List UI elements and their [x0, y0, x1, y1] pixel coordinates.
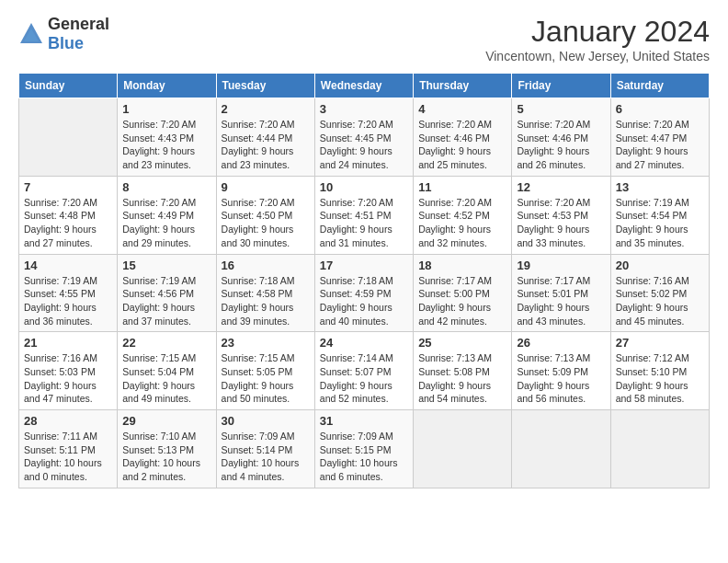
day-sunrise: Sunrise: 7:15 AM [122, 352, 196, 363]
day-sunrise: Sunrise: 7:12 AM [616, 352, 689, 363]
day-sunrise: Sunrise: 7:17 AM [418, 275, 492, 286]
day-sunrise: Sunrise: 7:18 AM [320, 275, 393, 286]
location-title: Vincentown, New Jersey, United States [485, 49, 710, 63]
day-daylight: Daylight: 9 hours and 47 minutes. [24, 380, 97, 405]
logo: General Blue [18, 15, 109, 53]
day-sunset: Sunset: 5:09 PM [517, 366, 588, 377]
calendar-cell: 17 Sunrise: 7:18 AM Sunset: 4:59 PM Dayl… [314, 254, 413, 332]
day-sunrise: Sunrise: 7:20 AM [222, 197, 295, 208]
day-sunset: Sunset: 5:01 PM [517, 288, 588, 299]
calendar-week-row: 14 Sunrise: 7:19 AM Sunset: 4:55 PM Dayl… [19, 254, 710, 332]
day-daylight: Daylight: 9 hours and 39 minutes. [222, 302, 294, 327]
day-number: 22 [122, 336, 210, 350]
day-sunset: Sunset: 5:15 PM [320, 444, 392, 455]
weekday-header: Friday [512, 74, 610, 98]
day-sunset: Sunset: 4:50 PM [222, 210, 293, 221]
day-number: 15 [122, 259, 210, 272]
calendar-cell: 16 Sunrise: 7:18 AM Sunset: 4:58 PM Dayl… [216, 254, 314, 332]
day-sunset: Sunset: 4:58 PM [222, 288, 293, 299]
calendar-cell: 24 Sunrise: 7:14 AM Sunset: 5:07 PM Dayl… [314, 332, 413, 410]
day-daylight: Daylight: 9 hours and 29 minutes. [122, 224, 195, 248]
day-number: 4 [418, 102, 506, 116]
weekday-header-row: SundayMondayTuesdayWednesdayThursdayFrid… [19, 74, 710, 98]
day-sunset: Sunset: 4:54 PM [616, 210, 688, 221]
day-sunset: Sunset: 4:44 PM [222, 132, 293, 144]
day-sunset: Sunset: 5:11 PM [24, 444, 96, 455]
day-number: 26 [517, 336, 605, 350]
day-number: 27 [616, 336, 704, 350]
day-sunset: Sunset: 4:56 PM [122, 288, 194, 299]
day-sunset: Sunset: 4:51 PM [320, 210, 392, 221]
day-daylight: Daylight: 9 hours and 27 minutes. [24, 224, 97, 248]
day-daylight: Daylight: 10 hours and 4 minutes. [222, 457, 300, 482]
day-number: 6 [616, 102, 704, 116]
calendar-cell: 6 Sunrise: 7:20 AM Sunset: 4:47 PM Dayli… [610, 98, 709, 177]
weekday-header: Thursday [414, 74, 512, 98]
day-daylight: Daylight: 9 hours and 37 minutes. [122, 302, 195, 327]
calendar-cell: 8 Sunrise: 7:20 AM Sunset: 4:49 PM Dayli… [118, 176, 216, 254]
calendar-week-row: 21 Sunrise: 7:16 AM Sunset: 5:03 PM Dayl… [19, 332, 710, 410]
day-daylight: Daylight: 9 hours and 52 minutes. [320, 380, 392, 405]
day-number: 23 [222, 336, 310, 350]
day-sunset: Sunset: 5:05 PM [222, 366, 293, 377]
day-number: 12 [517, 180, 605, 194]
day-number: 1 [122, 102, 210, 116]
day-sunset: Sunset: 5:04 PM [122, 366, 194, 377]
calendar-cell: 30 Sunrise: 7:09 AM Sunset: 5:14 PM Dayl… [216, 410, 314, 488]
page-header: General Blue January 2024 Vincentown, Ne… [18, 15, 710, 63]
day-number: 8 [122, 180, 210, 194]
day-sunrise: Sunrise: 7:16 AM [24, 352, 97, 363]
day-sunrise: Sunrise: 7:19 AM [616, 197, 689, 208]
day-sunrise: Sunrise: 7:09 AM [222, 431, 295, 442]
day-daylight: Daylight: 9 hours and 36 minutes. [24, 302, 97, 327]
day-sunset: Sunset: 5:08 PM [418, 366, 490, 377]
day-number: 17 [320, 259, 408, 272]
day-daylight: Daylight: 9 hours and 31 minutes. [320, 224, 392, 248]
day-daylight: Daylight: 9 hours and 45 minutes. [616, 302, 688, 327]
calendar-cell: 22 Sunrise: 7:15 AM Sunset: 5:04 PM Dayl… [118, 332, 216, 410]
day-number: 5 [517, 102, 605, 116]
day-sunrise: Sunrise: 7:20 AM [616, 119, 689, 130]
day-sunrise: Sunrise: 7:20 AM [418, 119, 492, 130]
calendar-cell: 26 Sunrise: 7:13 AM Sunset: 5:09 PM Dayl… [512, 332, 610, 410]
weekday-header: Wednesday [314, 74, 413, 98]
day-sunset: Sunset: 5:14 PM [222, 444, 293, 455]
day-number: 21 [24, 336, 112, 350]
day-sunrise: Sunrise: 7:13 AM [517, 352, 590, 363]
day-daylight: Daylight: 9 hours and 30 minutes. [222, 224, 294, 248]
weekday-header: Tuesday [216, 74, 314, 98]
day-daylight: Daylight: 9 hours and 25 minutes. [418, 145, 491, 170]
day-daylight: Daylight: 9 hours and 35 minutes. [616, 224, 688, 248]
day-sunrise: Sunrise: 7:20 AM [418, 197, 492, 208]
day-daylight: Daylight: 9 hours and 32 minutes. [418, 224, 491, 248]
weekday-header: Saturday [610, 74, 709, 98]
calendar-cell: 5 Sunrise: 7:20 AM Sunset: 4:46 PM Dayli… [512, 98, 610, 177]
day-daylight: Daylight: 9 hours and 27 minutes. [616, 145, 688, 170]
day-sunset: Sunset: 4:53 PM [517, 210, 588, 221]
calendar-cell: 14 Sunrise: 7:19 AM Sunset: 4:55 PM Dayl… [19, 254, 118, 332]
day-sunset: Sunset: 5:10 PM [616, 366, 688, 377]
calendar-cell [512, 410, 610, 488]
day-daylight: Daylight: 9 hours and 50 minutes. [222, 380, 294, 405]
day-number: 3 [320, 102, 408, 116]
day-sunset: Sunset: 4:46 PM [517, 132, 588, 144]
day-daylight: Daylight: 9 hours and 23 minutes. [122, 145, 195, 170]
day-sunrise: Sunrise: 7:09 AM [320, 431, 393, 442]
day-sunrise: Sunrise: 7:20 AM [222, 119, 295, 130]
calendar-week-row: 1 Sunrise: 7:20 AM Sunset: 4:43 PM Dayli… [19, 98, 710, 177]
day-sunrise: Sunrise: 7:20 AM [517, 119, 590, 130]
day-sunset: Sunset: 5:02 PM [616, 288, 688, 299]
calendar-week-row: 28 Sunrise: 7:11 AM Sunset: 5:11 PM Dayl… [19, 410, 710, 488]
calendar-cell: 3 Sunrise: 7:20 AM Sunset: 4:45 PM Dayli… [314, 98, 413, 177]
calendar-cell: 12 Sunrise: 7:20 AM Sunset: 4:53 PM Dayl… [512, 176, 610, 254]
day-sunset: Sunset: 5:13 PM [122, 444, 194, 455]
day-daylight: Daylight: 10 hours and 0 minutes. [24, 457, 102, 482]
calendar-cell: 4 Sunrise: 7:20 AM Sunset: 4:46 PM Dayli… [414, 98, 512, 177]
day-sunrise: Sunrise: 7:20 AM [122, 119, 196, 130]
day-daylight: Daylight: 9 hours and 40 minutes. [320, 302, 392, 327]
calendar-cell [19, 98, 118, 177]
day-daylight: Daylight: 9 hours and 58 minutes. [616, 380, 688, 405]
day-sunset: Sunset: 5:03 PM [24, 366, 96, 377]
day-sunrise: Sunrise: 7:15 AM [222, 352, 295, 363]
logo-blue: Blue [48, 34, 84, 52]
